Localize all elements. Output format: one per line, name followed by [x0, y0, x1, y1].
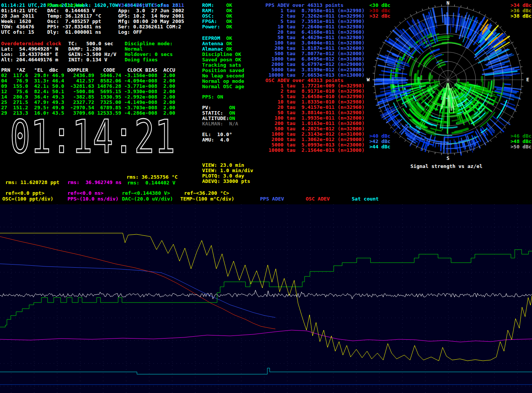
discipline-block: Discipline mode: Normal Holdover: 0 secs…	[125, 41, 173, 62]
status-line: Discipline OK	[202, 52, 244, 57]
ref-pps: ref=<0.0 ns>	[68, 191, 104, 196]
status-row: OSC: OK	[202, 13, 232, 19]
osc-adev-row: 20 tau 9.4157e-011 (n=32960)	[268, 105, 364, 110]
holdover-state: Holdover: 0 secs	[125, 52, 173, 57]
pps-adev-row: 20 tau 6.4168e-011 (n=32960)	[268, 30, 364, 35]
status-row: RAM: OK	[202, 8, 232, 13]
osc-adev-row: 10 tau 1.8335e-010 (n=32980)	[268, 99, 364, 105]
pv-state: PV: ON	[202, 105, 235, 110]
serial-number: Ser: 0.82362611 COM:2	[118, 24, 184, 30]
status-label: FPGA:	[202, 18, 226, 24]
osc-adev-row: 500 tau 4.2025e-012 (n=32000)	[268, 126, 364, 132]
status-label: Antenna	[202, 41, 226, 46]
mfg-date: Mfg: 08:00 20 May 2005	[118, 19, 184, 24]
status-row: Antenna OK	[202, 41, 244, 46]
status-value: OK	[226, 8, 232, 13]
view-block: VIEW: 23.0 min VIEW: 1.0 min/div PLOTQ: …	[202, 163, 253, 184]
sat-row: 04 76.9 31.3↑ 46.4 412.57 8582.06 -4.094…	[1, 78, 175, 84]
osc-adev-row: 100 tau 1.9935e-011 (n=32800)	[268, 115, 364, 121]
pps-adev-row: 5000 tau 3.8199e-012 (n=23000)	[268, 67, 364, 72]
osc-adev-row: 50 tau 3.8814e-011 (n=32900)	[268, 110, 364, 115]
receiver-status-block: EEPROM OK Antenna OK Almanac OK Discipli…	[202, 36, 244, 89]
static-state: STATIC: ON	[202, 110, 235, 116]
status-value: OK	[226, 2, 232, 8]
ref-dac: ref~<0.144380 V>	[122, 191, 170, 196]
position-block: Overdetermined clock Lat: 54.4964928° N …	[1, 41, 61, 62]
selftest-block: ROM: OK RAM: OK OSC: OK FPGA: OK Power: …	[202, 3, 232, 30]
pps-adev-row: 1 tau 8.7058e-011 (n=32998)	[268, 8, 364, 13]
pps-adev-row: 50 tau 4.4629e-011 (n=32900)	[268, 35, 364, 40]
rms-osc: rms: 11.620728 ppt	[5, 180, 59, 185]
elevation-mask: EL: 10.0°	[202, 132, 232, 137]
sat-row: 27 151.2 29.5↑ 49.0 -2970.54 6789.85 -3.…	[1, 105, 175, 110]
status-row: FPGA: OK	[202, 19, 232, 24]
pps-adev-row: 5 tau 7.3581e-011 (n=32990)	[268, 19, 364, 24]
discipline-title: Discipline mode:	[125, 41, 173, 46]
status-label: Almanac	[202, 46, 226, 52]
damping: DAMP: 1.200	[68, 46, 116, 52]
strip-chart-plot[interactable]	[0, 204, 532, 393]
status-row: Power: OK	[202, 24, 232, 30]
plot-queue: PLOTQ: 3.0 day	[202, 173, 253, 179]
gain: GAIN:-3.500 Hz/V	[68, 52, 116, 57]
status-label: EEPROM	[202, 35, 226, 41]
signal-strength-polar-map: NSWE	[364, 0, 529, 161]
view-span: VIEW: 23.0 min	[202, 163, 253, 168]
status-label: Power:	[202, 24, 226, 30]
static-label: STATIC:	[202, 110, 229, 116]
phase-status: Phase locked	[47, 3, 101, 8]
pps-adev-table: 1 tau 8.7058e-011 (n=32998) 2 tau 7.3262…	[268, 8, 364, 78]
pps-adev-row: 2000 tau 6.6797e-012 (n=29000)	[268, 62, 364, 67]
legend-osc-adev: OSC ADEV	[306, 196, 330, 202]
osc-adev-row: 1000 tau 2.3143e-012 (n=31000)	[268, 132, 364, 137]
log-status: Log: OFF	[118, 30, 184, 35]
pps-adev-row: 200 tau 1.8187e-011 (n=32600)	[268, 46, 364, 51]
svg-text:E: E	[526, 77, 529, 82]
status-line: Tracking sats	[202, 62, 244, 68]
rms-dac: rms: 0.144402 V	[127, 180, 175, 186]
dly-value: Dly: 61.000001 ns	[47, 30, 101, 35]
fix-state: Doing fixes	[125, 57, 173, 62]
pps-adev-row: 500 tau 7.8077e-012 (n=32000)	[268, 51, 364, 56]
pps-state: PPS: ON	[202, 94, 223, 100]
view-scale: VIEW: 1.0 min/div	[202, 168, 253, 173]
status-value: OK	[226, 24, 232, 30]
app-version: App: 3.0 27 Jun 2002	[118, 8, 184, 13]
svg-text:N: N	[446, 0, 450, 6]
phase-block: Phase locked DAC: 0.144463 V Temp: 36.12…	[47, 3, 101, 35]
sat-row: 09 155.0 42.1↓ 50.0 -3281.63 14876.28 -3…	[1, 84, 175, 89]
altitude-value: ON	[229, 115, 235, 121]
discipline-state: Normal	[125, 46, 173, 52]
longitude: Lon: 18.4337848° E	[1, 52, 61, 57]
pps-adev-title: PPS ADEV over 46313 points	[265, 3, 344, 8]
status-line: Normal OSC age	[202, 84, 244, 89]
sat-row: 14 280.9 36.4↑ 49.3 -382.85 1930.95 -2.9…	[1, 94, 175, 100]
altitude-label: ALTITUDE:	[202, 115, 229, 121]
clock-mode: Overdetermined clock	[1, 41, 61, 46]
status-label: OSC:	[202, 13, 226, 19]
scale-osc: OSC=(100 ppt/div)	[2, 196, 53, 202]
osc-adev-row: 2000 tau 1.3062e-012 (n=29000)	[268, 137, 364, 142]
osc-adev-row: 2 tau 8.9171e-010 (n=32996)	[268, 89, 364, 94]
rms-temp: rms: 36.255756 °C	[127, 174, 178, 180]
status-label: RAM:	[202, 8, 226, 13]
sat-row: 25 271.5 47.9↑ 49.3 2327.72 7325.00 -4.1…	[1, 100, 175, 105]
status-line: Saved posn OK	[202, 57, 244, 62]
pv-value: ON	[229, 105, 235, 110]
svg-text:S: S	[446, 155, 450, 161]
osc-adev-row: 200 tau 1.0163e-011 (n=32600)	[268, 121, 364, 126]
altitude: Alt: 204.46449176 m	[1, 57, 61, 62]
status-row: EEPROM OK	[202, 36, 244, 41]
lady-heather-screen: 01:14:21 UTC,28 Jan 2011,Week: 1620,TOW:…	[0, 0, 532, 393]
osc-value: Osc: 7.485257 ppt	[47, 19, 101, 24]
altitude-state: ALTITUDE:ON	[202, 116, 235, 121]
status-value: OK	[226, 41, 232, 46]
adev-queue: ADEVQ: 33000 pts	[202, 179, 253, 184]
version-block: V3.00 Beta 15 Jan 2011 App: 3.0 27 Jun 2…	[118, 3, 184, 35]
legend-pps-adev: PPS ADEV	[260, 196, 284, 202]
pps-adev-row: 1000 tau 6.8495e-012 (n=31000)	[268, 56, 364, 62]
sat-table: PRN °AZ °EL dBc DOPPLER CODE CLOCK BIAS …	[1, 67, 175, 116]
pps-value: PPS↑ -37.833481 ns	[47, 24, 101, 30]
osc-adev-row: 10000 tau 2.1564e-013 (n=13000)	[268, 148, 364, 153]
status-row: Almanac OK	[202, 46, 244, 52]
